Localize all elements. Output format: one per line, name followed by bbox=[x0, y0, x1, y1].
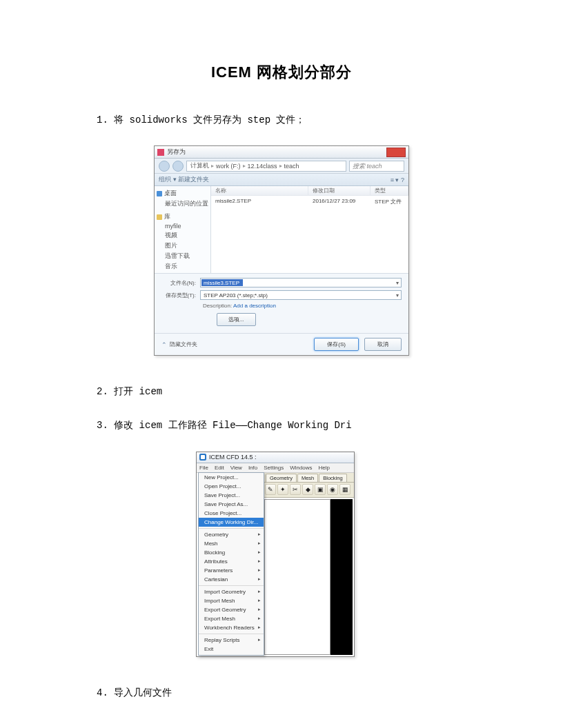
hide-folders-toggle[interactable]: ⌃ 隐藏文件夹 bbox=[161, 341, 197, 348]
cell-type: STEP 文件 bbox=[371, 197, 408, 206]
canvas-white[interactable] bbox=[264, 499, 330, 655]
desc-link[interactable]: Add a description bbox=[233, 303, 276, 309]
tool-icon[interactable]: ▦ bbox=[339, 484, 350, 495]
mi-new-project[interactable]: New Project... bbox=[199, 473, 264, 482]
filename-value: missile3.STEP bbox=[201, 279, 243, 286]
cell-name: missile2.STEP bbox=[211, 197, 308, 206]
nav-back-button[interactable] bbox=[159, 161, 170, 172]
mi-export-mesh[interactable]: Export Mesh bbox=[199, 614, 264, 623]
tool-icon[interactable]: ◉ bbox=[327, 484, 338, 495]
dialog-title: 另存为 bbox=[167, 148, 186, 156]
address-bar: 计算机▸ work (F:)▸ 12.14class▸ teach 搜索 tea… bbox=[155, 159, 408, 174]
saveas-dialog: 另存为 计算机▸ work (F:)▸ 12.14class▸ teach 搜索… bbox=[154, 145, 409, 356]
filename-label: 文件名(N): bbox=[161, 279, 196, 287]
mi-replay-scripts[interactable]: Replay Scripts bbox=[199, 636, 264, 645]
file-row[interactable]: missile2.STEP 2016/12/27 23:09 STEP 文件 bbox=[211, 196, 408, 208]
crumb-a[interactable]: 计算机 bbox=[190, 161, 209, 170]
menu-file[interactable]: File bbox=[199, 465, 208, 471]
dialog-footer: ⌃ 隐藏文件夹 保存(S) 取消 bbox=[155, 333, 408, 355]
menu-windows[interactable]: Windows bbox=[290, 465, 312, 471]
col-name[interactable]: 名称 bbox=[211, 186, 308, 195]
nav-pictures[interactable]: 图片 bbox=[157, 241, 208, 250]
close-button[interactable] bbox=[386, 148, 406, 157]
tool-icon[interactable]: ▣ bbox=[315, 484, 326, 495]
file-list: 名称 修改日期 类型 missile2.STEP 2016/12/27 23:0… bbox=[211, 186, 408, 273]
tab-blocking[interactable]: Blocking bbox=[319, 474, 346, 482]
nav-fwd-button[interactable] bbox=[172, 161, 184, 172]
col-date[interactable]: 修改日期 bbox=[308, 186, 371, 195]
crumb-d[interactable]: teach bbox=[284, 163, 299, 170]
menu-info[interactable]: Info bbox=[248, 465, 257, 471]
toolbar-right[interactable]: ≡ ▾ ? bbox=[391, 176, 404, 183]
hide-label: 隐藏文件夹 bbox=[170, 341, 197, 348]
app-icon bbox=[157, 149, 164, 156]
col-type[interactable]: 类型 bbox=[371, 186, 408, 195]
mi-save-project-as[interactable]: Save Project As... bbox=[199, 500, 264, 509]
file-dropdown: New Project... Open Project... Save Proj… bbox=[198, 472, 264, 656]
tab-mesh[interactable]: Mesh bbox=[297, 474, 318, 482]
dialog-titlebar: 另存为 bbox=[155, 146, 408, 159]
mi-import-mesh[interactable]: Import Mesh bbox=[199, 596, 264, 605]
nav-recent[interactable]: 最近访问的位置 bbox=[157, 199, 208, 208]
filetype-value: STEP AP203 (*.step;*.stp) bbox=[204, 292, 268, 299]
toolbar-left[interactable]: 组织 ▾ 新建文件夹 bbox=[159, 175, 209, 184]
mi-parameters[interactable]: Parameters bbox=[199, 566, 264, 575]
icem-tabs: Geometry Mesh Blocking bbox=[263, 473, 354, 483]
tool-icon[interactable]: ◆ bbox=[302, 484, 313, 495]
cell-date: 2016/12/27 23:09 bbox=[308, 197, 371, 206]
mi-blocking[interactable]: Blocking bbox=[199, 548, 264, 557]
menu-settings[interactable]: Settings bbox=[264, 465, 284, 471]
tool-icon[interactable]: ✂ bbox=[290, 484, 301, 495]
nav-desktop[interactable]: 桌面 bbox=[164, 189, 177, 198]
icem-titlebar: ICEM CFD 14.5 : bbox=[197, 452, 354, 463]
mi-exit[interactable]: Exit bbox=[199, 645, 264, 654]
menu-view[interactable]: View bbox=[230, 465, 242, 471]
filename-field[interactable]: missile3.STEP bbox=[200, 278, 402, 287]
options-button[interactable]: 选项... bbox=[217, 313, 256, 326]
nav-libraries[interactable]: 库 bbox=[164, 212, 170, 221]
menu-help[interactable]: Help bbox=[319, 465, 330, 471]
mi-cartesian[interactable]: Cartesian bbox=[199, 575, 264, 584]
desc-label: Description: bbox=[203, 303, 232, 309]
nav-videos[interactable]: 视频 bbox=[157, 231, 208, 240]
icem-menubar: File Edit View Info Settings Windows Hel… bbox=[197, 463, 354, 473]
icem-canvas bbox=[263, 498, 354, 656]
icem-toolbar: ✎ ✦ ✂ ◆ ▣ ◉ ▦ bbox=[263, 483, 354, 498]
icem-app-icon bbox=[199, 454, 206, 461]
tool-icon[interactable]: ✎ bbox=[265, 484, 276, 495]
mi-change-working-dir[interactable]: Change Working Dir... bbox=[199, 518, 264, 527]
mi-close-project[interactable]: Close Project... bbox=[199, 509, 264, 518]
save-button[interactable]: 保存(S) bbox=[314, 338, 359, 351]
breadcrumb[interactable]: 计算机▸ work (F:)▸ 12.14class▸ teach bbox=[186, 161, 346, 172]
search-input[interactable]: 搜索 teach bbox=[349, 161, 404, 172]
mi-export-geometry[interactable]: Export Geometry bbox=[199, 605, 264, 614]
caret-up-icon: ⌃ bbox=[161, 341, 167, 348]
mi-geometry[interactable]: Geometry bbox=[199, 530, 264, 539]
filetype-field[interactable]: STEP AP203 (*.step;*.stp) bbox=[200, 290, 402, 300]
mi-mesh[interactable]: Mesh bbox=[199, 539, 264, 548]
nav-myfile[interactable]: myfile bbox=[157, 223, 208, 230]
step-4: 4. 导入几何文件 bbox=[97, 685, 466, 702]
mi-import-geometry[interactable]: Import Geometry bbox=[199, 587, 264, 596]
mi-save-project[interactable]: Save Project... bbox=[199, 491, 264, 500]
step-1: 1. 将 solidworks 文件另存为 step 文件； bbox=[97, 112, 466, 129]
step-2: 2. 打开 icem bbox=[97, 383, 466, 401]
mi-attributes[interactable]: Attributes bbox=[199, 557, 264, 566]
description-row: Description: Add a description bbox=[203, 303, 402, 309]
step-3: 3. 修改 icem 工作路径 File——Change Working Dri bbox=[97, 417, 466, 434]
mi-open-project[interactable]: Open Project... bbox=[199, 482, 264, 491]
tool-icon[interactable]: ✦ bbox=[277, 484, 288, 495]
crumb-c[interactable]: 12.14class bbox=[248, 163, 277, 170]
crumb-b[interactable]: work (F:) bbox=[216, 163, 241, 170]
tab-geometry[interactable]: Geometry bbox=[266, 474, 297, 482]
icem-window: ICEM CFD 14.5 : File Edit View Info Sett… bbox=[196, 452, 355, 657]
cancel-button[interactable]: 取消 bbox=[364, 338, 402, 351]
nav-downloads[interactable]: 迅雷下载 bbox=[157, 252, 208, 261]
menu-edit[interactable]: Edit bbox=[215, 465, 224, 471]
nav-music[interactable]: 音乐 bbox=[157, 262, 208, 271]
canvas-black bbox=[330, 499, 353, 655]
mi-workbench-readers[interactable]: Workbench Readers bbox=[199, 623, 264, 632]
icem-title: ICEM CFD 14.5 : bbox=[209, 454, 257, 461]
dialog-toolbar: 组织 ▾ 新建文件夹 ≡ ▾ ? bbox=[155, 174, 408, 186]
dialog-bottom: 文件名(N): missile3.STEP 保存类型(T): STEP AP20… bbox=[155, 273, 408, 333]
